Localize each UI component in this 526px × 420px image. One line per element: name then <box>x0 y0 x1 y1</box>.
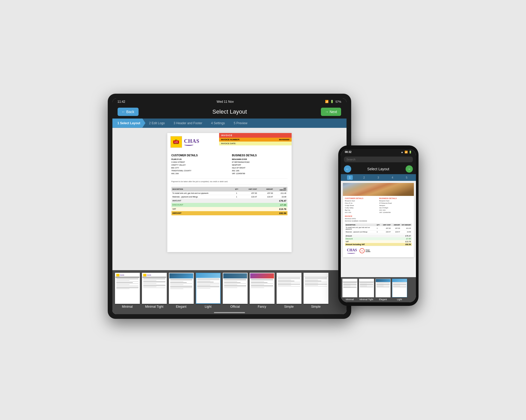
layout-simple-label: Simple <box>284 305 294 310</box>
phone-back-button[interactable]: ← <box>344 165 351 173</box>
phone-battery-icon: 🔋 <box>409 151 412 153</box>
phone-label-minimal-tight: Minimal Tight <box>359 298 373 301</box>
layout-minimal-tight-label: Minimal Tight <box>145 305 163 310</box>
step-2[interactable]: 2 Edit Logo <box>146 119 170 128</box>
phone-time: 08:32 <box>345 151 352 153</box>
business-data: BENJAMIN DYER 67 BRITANNIA ROAD NEWPORT … <box>232 158 287 175</box>
layout-official[interactable]: Official <box>223 273 248 310</box>
phone-device: 08:32 ▲ 📶 🔋 ← Select Layout → 1 2 <box>338 145 419 306</box>
scroll-bar <box>214 312 245 313</box>
layout-elegant-thumbnail <box>169 273 194 304</box>
phone-searchbar <box>341 155 416 164</box>
city-guilds-logo: C City& Guilds <box>359 248 370 253</box>
next-button[interactable]: → Next <box>321 108 341 116</box>
phone-invoice-info: INVOICE DATE: INVOICE NUMBER: INV000000 <box>345 218 412 223</box>
layout-light[interactable]: Light <box>196 273 221 310</box>
phone-search-input[interactable] <box>344 157 413 162</box>
invoice-date-bar: INVOICE DATE: <box>219 142 292 145</box>
layout-fancy-thumbnail <box>250 273 275 304</box>
phone-step-1[interactable]: 1 <box>347 175 353 180</box>
business-col: BUSINESS DETAILS BENJAMIN DYER 67 BRITAN… <box>232 154 287 175</box>
layout-simple2[interactable]: Simple <box>304 273 328 310</box>
battery-percent: 57% <box>335 100 341 103</box>
total-final: AMOUNT £82.59 <box>171 211 287 215</box>
layout-elegant-label: Elegant <box>176 305 186 310</box>
customer-col: CUSTOMER DETAILS FILMS R US 3 HIGH STREE… <box>171 154 227 175</box>
phone-toolbar: ← Select Layout → <box>341 164 416 174</box>
phone-invoice-paper: CUSTOMER DETAILS Benjamin Dyer Films R U… <box>343 183 414 257</box>
layout-thumbnail-strip: CHAS <box>112 270 347 311</box>
phone-layout-elegant[interactable]: Elegant <box>376 279 391 301</box>
phone-next-button[interactable]: → <box>406 165 413 173</box>
phone-invoice-columns: CUSTOMER DETAILS Benjamin Dyer Films R U… <box>345 197 412 214</box>
phone-step-4[interactable]: 4 <box>390 175 395 180</box>
phone-screen: 08:32 ▲ 📶 🔋 ← Select Layout → 1 2 <box>341 149 416 302</box>
step-5[interactable]: 5 Preview <box>230 119 253 128</box>
table-row: Materials - pipework and fittings 1 £19.… <box>171 195 287 198</box>
invoice-details: INVOICE INVOICE NUMBER: INV000000 INVOIC… <box>219 133 292 151</box>
invoice-totals: AMOUNT £76.47 DISCOUNT -£7.65 VAT £13.76 <box>171 199 287 215</box>
phone-label-minimal: Minimal <box>346 298 354 301</box>
step-1[interactable]: 1 Select Layout <box>112 119 146 128</box>
phone-page-title: Select Layout <box>367 167 389 171</box>
layout-fancy[interactable]: Fancy <box>250 273 275 310</box>
battery-icon: 🔋 <box>330 100 334 103</box>
phone-thumb-minimal <box>342 279 357 297</box>
layout-simple2-label: Simple <box>311 305 321 310</box>
tablet-screen: 11:42 Wed 11 Nov 📶 🔋 57% ← Back Select L… <box>112 98 347 314</box>
phone-invoice-body: CUSTOMER DETAILS Benjamin Dyer Films R U… <box>343 196 414 257</box>
tablet-toolbar: ← Back Select Layout → Next <box>112 105 347 119</box>
total-vat: VAT £13.76 <box>171 207 287 211</box>
phone-invoice-table: DESCRIPTION QTY UNIT COST AMOUNT VAT AMO… <box>345 224 412 233</box>
phone-step-2[interactable]: 2 <box>361 175 367 180</box>
gas-safe-logo: gas safe REGISTER <box>170 136 182 148</box>
phone-step-5[interactable]: 5 <box>404 175 409 180</box>
phone-total-vat: VAT£13.76 <box>345 240 412 243</box>
layout-simple[interactable]: Simple <box>277 273 301 310</box>
tablet-device: 11:42 Wed 11 Nov 📶 🔋 57% ← Back Select L… <box>108 94 351 319</box>
phone-layout-light[interactable]: Light <box>392 279 407 301</box>
invoice-columns: CUSTOMER DETAILS FILMS R US 3 HIGH STREE… <box>171 154 287 175</box>
invoice-preview: gas safe REGISTER CHAS <box>112 128 347 270</box>
phone-business-col: BUSINESS DETAILS Benjamin Dyer 67 Britan… <box>379 197 412 214</box>
step-4[interactable]: 4 Settings <box>207 119 230 128</box>
phone-thumb-elegant <box>376 279 391 297</box>
table-row: To install sink unit, gas hob and run pi… <box>171 191 287 195</box>
tablet-statusbar: 11:42 Wed 11 Nov 📶 🔋 57% <box>112 98 347 105</box>
layout-official-label: Official <box>230 305 240 310</box>
tablet-content: gas safe REGISTER CHAS <box>112 128 347 314</box>
phone-customer-data: Benjamin Dyer Films R Us 3 High Street C… <box>345 200 377 214</box>
layout-light-thumbnail <box>196 273 221 304</box>
phone-chas-logo: CHAS <box>347 248 357 254</box>
invoice-paper: gas safe REGISTER CHAS <box>167 133 292 252</box>
phone-layout-minimal[interactable]: Minimal <box>342 279 357 301</box>
logo-area: gas safe REGISTER CHAS <box>167 133 219 151</box>
layout-elegant[interactable]: Elegant <box>169 273 194 310</box>
layout-light-label: Light <box>205 305 211 310</box>
step-3[interactable]: 3 Header and Footer <box>170 119 207 128</box>
phone-thumb-minimal-tight <box>359 279 374 297</box>
phone-step-3[interactable]: 3 <box>375 175 381 180</box>
invoice-table: DESCRIPTION QTY UNIT COST AMOUNT VATAMOU… <box>171 187 287 199</box>
phone-label-light: Light <box>397 298 402 301</box>
back-button[interactable]: ← Back <box>118 108 139 116</box>
scroll-indicator <box>112 311 347 314</box>
layout-simple2-thumbnail <box>304 273 328 304</box>
phone-layout-minimal-tight[interactable]: Minimal Tight <box>359 279 374 301</box>
layout-minimal-thumbnail: CHAS <box>115 273 140 304</box>
phone-signal-icon: ▲ <box>401 151 403 153</box>
total-discount: DISCOUNT -£7.65 <box>171 203 287 207</box>
phone-total-discount: Discount-£7.65 <box>345 237 412 240</box>
scene: 11:42 Wed 11 Nov 📶 🔋 57% ← Back Select L… <box>108 94 419 327</box>
layout-simple-thumbnail <box>277 273 301 304</box>
layout-fancy-label: Fancy <box>258 305 266 310</box>
layout-minimal[interactable]: CHAS <box>115 273 140 310</box>
wifi-icon: 📶 <box>325 100 329 103</box>
phone-table-row: Materials - pipework and fittings 1 £19.… <box>345 230 412 233</box>
invoice-number-bar: INVOICE NUMBER: INV000000 <box>219 138 292 142</box>
page-title: Select Layout <box>212 108 247 115</box>
layout-minimal-tight[interactable]: CHAS <box>142 273 167 310</box>
phone-table-row: To install sink unit, gas hob and run pi… <box>345 226 412 231</box>
phone-label-elegant: Elegant <box>379 298 387 301</box>
steps-nav: 1 Select Layout 2 Edit Logo 3 Header and… <box>112 119 347 128</box>
